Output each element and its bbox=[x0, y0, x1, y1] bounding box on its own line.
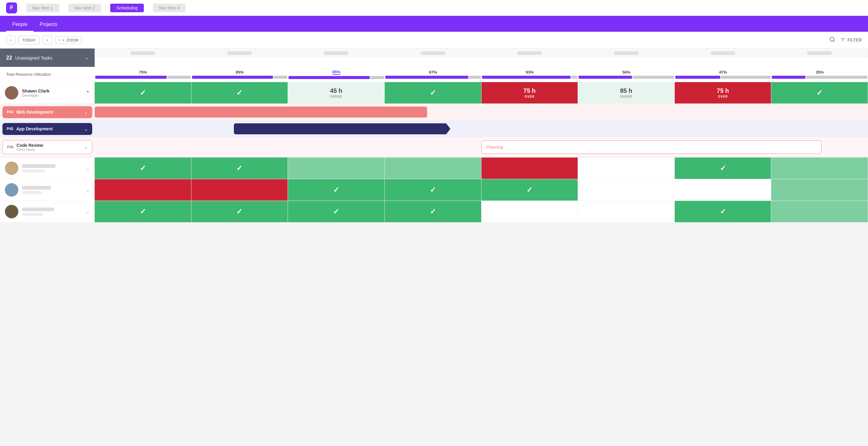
tab-projects[interactable]: Projects bbox=[34, 18, 63, 32]
person-2-name-blur bbox=[22, 164, 56, 168]
utilization-row: Total Resource Utilization 75% 85% bbox=[0, 67, 868, 82]
person-3-name-blur bbox=[22, 186, 51, 190]
person-4-name-group bbox=[22, 208, 54, 216]
p46-name: Code Review bbox=[17, 143, 43, 148]
util-bar-7 bbox=[675, 76, 771, 79]
zoom-minus-icon[interactable]: − bbox=[58, 38, 61, 42]
unassigned-count: 22 bbox=[6, 55, 12, 61]
person-info-shawn[interactable]: Shawn Clark Developer ⌃ bbox=[0, 82, 95, 103]
person-row-3: ⌄ bbox=[0, 179, 868, 201]
p46-name-group: Code Review Client Name bbox=[17, 143, 43, 151]
util-cell-1: 75% bbox=[95, 68, 191, 80]
p4-cell-8 bbox=[771, 201, 868, 222]
date-cell-7 bbox=[675, 49, 772, 58]
shawn-cell-3: 45 h UNDER bbox=[288, 82, 385, 103]
hours-num-6: 85 h bbox=[620, 87, 632, 94]
nav-item-4[interactable]: Nav Item 4 bbox=[153, 4, 186, 12]
planning-label: Planning bbox=[487, 145, 503, 150]
util-bar-3 bbox=[288, 76, 384, 79]
p46-client: Client Name bbox=[17, 148, 43, 151]
p2-cell-4 bbox=[385, 158, 482, 179]
util-pct-4: 87% bbox=[429, 70, 437, 74]
person-4-role-blur bbox=[22, 213, 43, 216]
project-row-p44: P44 Web Development ⌄ bbox=[0, 104, 868, 121]
p46-info[interactable]: P46 Code Review Client Name ⌄ bbox=[2, 140, 92, 154]
tab-people[interactable]: People bbox=[6, 18, 34, 32]
chevron-down-icon: ⌄ bbox=[85, 55, 89, 60]
person-info-4[interactable]: ⌄ bbox=[0, 201, 95, 222]
prev-button[interactable]: ‹ bbox=[6, 35, 15, 44]
shawn-cell-6: 85 h UNDER bbox=[578, 82, 675, 103]
chevron-down-icon-2: ⌄ bbox=[86, 165, 90, 171]
p46-left: P46 Code Review Client Name ⌄ bbox=[0, 138, 95, 156]
svg-point-7 bbox=[9, 163, 14, 168]
util-cell-2: 85% bbox=[191, 68, 288, 80]
person-row-2: ⌄ bbox=[0, 157, 868, 179]
zoom-plus-icon[interactable]: + bbox=[62, 38, 65, 42]
person-name-shawn: Shawn Clark bbox=[22, 88, 50, 93]
sub-nav: People Projects bbox=[0, 16, 868, 32]
svg-point-12 bbox=[7, 213, 16, 218]
date-row bbox=[95, 49, 868, 58]
logo: F bbox=[6, 2, 17, 13]
util-bar-5 bbox=[482, 76, 578, 79]
date-cell-3 bbox=[288, 49, 385, 58]
nav-item-scheduling[interactable]: Scheduling bbox=[110, 4, 144, 12]
hours-num-5: 75 h bbox=[523, 87, 535, 94]
p45-id: P45 bbox=[7, 127, 13, 131]
nav-item-1[interactable]: Nav Item 1 bbox=[26, 4, 59, 12]
p4-cell-2 bbox=[191, 201, 288, 222]
nav-item-2[interactable]: Nav Item 2 bbox=[68, 4, 101, 12]
p45-info[interactable]: P45 App Development ⌄ bbox=[2, 123, 92, 135]
p45-gantt-bar[interactable] bbox=[234, 123, 450, 134]
zoom-control[interactable]: − + ZOOM bbox=[55, 36, 82, 44]
person-2-name-group bbox=[22, 164, 56, 172]
search-icon[interactable] bbox=[829, 36, 835, 44]
toolbar: ‹ TODAY › − + ZOOM FILTER bbox=[0, 32, 868, 49]
p4-cell-4 bbox=[385, 201, 482, 222]
person-name-group: Shawn Clark Developer bbox=[22, 88, 50, 98]
p44-left: P44 Web Development ⌄ bbox=[0, 104, 95, 120]
util-pct-8: 35% bbox=[816, 70, 824, 74]
avatar-shawn bbox=[5, 86, 18, 99]
top-nav: F Nav Item 1 Nav Item 2 Scheduling Nav I… bbox=[0, 0, 868, 16]
filter-icon bbox=[840, 37, 846, 43]
unassigned-tasks-bar[interactable]: 22 Unassigned Tasks ⌄ bbox=[0, 49, 95, 67]
hours-num-3: 45 h bbox=[330, 87, 342, 94]
p45-left: P45 App Development ⌄ bbox=[0, 121, 95, 137]
util-bar-4 bbox=[385, 76, 481, 79]
dates-panel bbox=[95, 49, 868, 67]
p2-cell-2 bbox=[191, 158, 288, 179]
util-cell-7: 47% bbox=[675, 68, 772, 80]
check-icon-2 bbox=[236, 89, 242, 97]
today-button[interactable]: TODAY bbox=[18, 36, 40, 44]
shawn-cell-8 bbox=[771, 82, 868, 103]
unassigned-header: 22 Unassigned Tasks ⌄ bbox=[0, 49, 868, 67]
p44-gantt-bar[interactable] bbox=[95, 106, 427, 118]
p46-planning-box[interactable]: Planning bbox=[482, 140, 822, 154]
filter-button[interactable]: FILTER bbox=[840, 37, 862, 43]
next-button[interactable]: › bbox=[43, 35, 52, 44]
util-pct-3: 85% bbox=[333, 70, 340, 75]
date-cell-1 bbox=[95, 49, 191, 58]
person-info-3[interactable]: ⌄ bbox=[0, 179, 95, 200]
svg-point-9 bbox=[9, 185, 14, 190]
utilization-label: Total Resource Utilization bbox=[0, 72, 95, 76]
p45-area bbox=[95, 121, 868, 137]
p3-cell-4 bbox=[385, 179, 482, 200]
p2-cell-5 bbox=[482, 158, 578, 179]
shawn-cell-2 bbox=[191, 82, 288, 103]
date-cell-5 bbox=[482, 49, 578, 58]
util-pct-2: 85% bbox=[236, 70, 244, 74]
person-2-role-blur bbox=[22, 169, 45, 172]
p44-id: P44 bbox=[7, 110, 13, 114]
p45-chevron-icon: ⌄ bbox=[84, 126, 88, 132]
svg-point-11 bbox=[9, 206, 14, 212]
p44-info[interactable]: P44 Web Development ⌄ bbox=[2, 106, 92, 118]
person-info-2[interactable]: ⌄ bbox=[0, 158, 95, 179]
p2-cell-3 bbox=[288, 158, 385, 179]
util-pct-6: 56% bbox=[622, 70, 630, 74]
p2-cell-6 bbox=[578, 158, 675, 179]
left-panel: 22 Unassigned Tasks ⌄ bbox=[0, 49, 95, 67]
project-row-p46: P46 Code Review Client Name ⌄ Planning bbox=[0, 137, 868, 157]
